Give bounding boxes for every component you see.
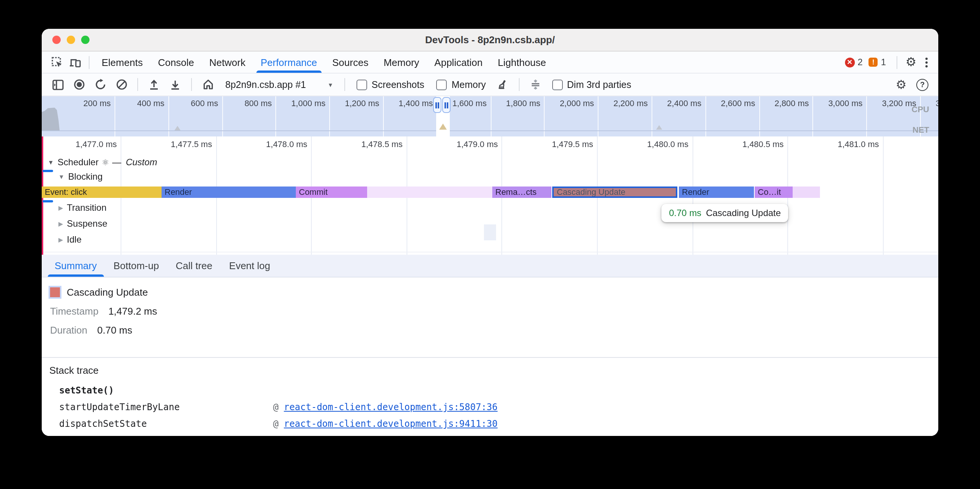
warning-icon: ! xyxy=(869,58,878,67)
track-row-transition[interactable]: ▶ Transition xyxy=(59,202,107,213)
ruler-tick-label: 1,478.5 ms xyxy=(319,140,403,149)
frame-source-link[interactable]: LikeButton.js:13:13 xyxy=(284,435,388,436)
tab-application[interactable]: Application xyxy=(427,52,490,73)
settings-gear-icon[interactable]: ⚙ xyxy=(902,53,920,71)
record-icon[interactable] xyxy=(69,75,89,94)
overview-tick-label: 2,600 ms xyxy=(705,98,756,109)
tab-memory[interactable]: Memory xyxy=(376,52,427,73)
toggle-sidebar-icon[interactable] xyxy=(48,75,67,94)
flame-bar-cascading-update[interactable]: Cascading Update xyxy=(552,186,677,198)
warning-count: 1 xyxy=(881,57,886,67)
ruler-tick-label: 1,477.0 ms xyxy=(42,140,117,149)
timeline-overview[interactable]: 200 ms400 ms600 ms800 ms1,000 ms1,200 ms… xyxy=(42,96,938,137)
expand-triangle-icon[interactable]: ▼ xyxy=(59,173,64,180)
cpu-lane-label: CPU xyxy=(912,105,929,114)
tab-sources[interactable]: Sources xyxy=(325,52,376,73)
expand-triangle-icon[interactable]: ▼ xyxy=(48,159,54,166)
stack-frame: (anonymous)@LikeButton.js:13:13 xyxy=(59,432,938,436)
help-icon[interactable]: ? xyxy=(913,75,932,94)
summary-panel: Cascading Update Timestamp 1,479.2 ms Du… xyxy=(42,287,938,358)
overview-tick-label: 2,000 ms xyxy=(544,98,594,109)
flame-bar-render-1[interactable]: Render xyxy=(162,186,296,198)
details-tab-summary[interactable]: Summary xyxy=(46,255,105,277)
stack-frame: startUpdateTimerByLane@react-dom-client.… xyxy=(59,399,938,416)
close-window-button[interactable] xyxy=(52,36,61,44)
idle-row-label: Idle xyxy=(67,234,81,245)
tab-network[interactable]: Network xyxy=(202,52,253,73)
issue-badges[interactable]: ✕ 2 ! 1 xyxy=(845,57,889,67)
track-row-blocking[interactable]: ▼ Blocking xyxy=(59,171,103,182)
collapse-tracks-icon[interactable] xyxy=(525,75,545,94)
screenshots-label: Screenshots xyxy=(372,79,425,90)
divider xyxy=(191,78,192,91)
selection-right-handle[interactable] xyxy=(442,97,450,113)
selection-marker-triangle xyxy=(439,124,447,130)
divider xyxy=(897,56,897,68)
home-icon[interactable] xyxy=(198,75,218,94)
tab-elements[interactable]: Elements xyxy=(94,52,150,73)
collapsed-triangle-icon[interactable]: ▶ xyxy=(59,236,63,243)
track-row-idle[interactable]: ▶ Idle xyxy=(59,234,81,245)
overview-tick-label: 400 ms xyxy=(115,98,165,109)
flamechart[interactable]: 1,477.0 ms1,477.5 ms1,478.0 ms1,478.5 ms… xyxy=(42,137,938,255)
frame-source-link[interactable]: react-dom-client.development.js:9411:30 xyxy=(284,419,498,429)
overview-tick-label: 2,400 ms xyxy=(652,98,702,109)
flame-bar-passive-effects[interactable] xyxy=(367,186,492,198)
collapsed-triangle-icon[interactable]: ▶ xyxy=(59,204,63,211)
more-options-kebab-icon[interactable] xyxy=(920,53,932,71)
details-tab-call-tree[interactable]: Call tree xyxy=(167,255,221,277)
flame-bar-commit-1[interactable]: Commit xyxy=(296,186,367,198)
download-profile-icon[interactable] xyxy=(165,75,185,94)
tab-console[interactable]: Console xyxy=(150,52,201,73)
frame-function-name: (anonymous) xyxy=(59,435,273,436)
overview-marker-triangle xyxy=(175,126,181,130)
devtools-window: DevTools - 8p2n9n.csb.app/ ElementsConso… xyxy=(42,29,938,436)
ruler-tick-label: 1,477.5 ms xyxy=(129,140,212,149)
upload-profile-icon[interactable] xyxy=(144,75,164,94)
scroll-thumb-box xyxy=(484,224,496,240)
flame-bar-event-click[interactable]: Event: click xyxy=(42,186,162,198)
frame-at-symbol: @ xyxy=(273,402,278,413)
zoom-window-button[interactable] xyxy=(81,36,89,44)
overview-tick-label: 1,400 ms xyxy=(383,98,433,109)
tab-performance[interactable]: Performance xyxy=(253,52,325,73)
frame-at-symbol: @ xyxy=(273,419,278,429)
tab-lighthouse[interactable]: Lighthouse xyxy=(490,52,554,73)
flame-bar-render-2[interactable]: Render xyxy=(679,186,754,198)
selection-left-handle[interactable] xyxy=(433,97,441,113)
details-tab-bottom-up[interactable]: Bottom-up xyxy=(105,255,167,277)
collapsed-triangle-icon[interactable]: ▶ xyxy=(59,220,63,227)
checkbox-box xyxy=(436,79,447,90)
clear-icon[interactable] xyxy=(111,75,131,94)
details-tab-event-log[interactable]: Event log xyxy=(221,255,278,277)
divider xyxy=(344,78,345,91)
dim-3rd-parties-checkbox[interactable]: Dim 3rd parties xyxy=(547,79,637,90)
flame-bar-commit-2[interactable]: Co…it xyxy=(755,186,793,198)
capture-settings-gear-icon[interactable]: ⚙ xyxy=(891,75,911,94)
flame-bar-remaining-effects[interactable]: Rema…cts xyxy=(492,186,551,198)
error-icon: ✕ xyxy=(845,57,854,67)
titlebar: DevTools - 8p2n9n.csb.app/ xyxy=(42,29,938,52)
screenshots-checkbox[interactable]: Screenshots xyxy=(351,79,430,90)
overview-tick-label: 1,000 ms xyxy=(276,98,326,109)
flame-bar-passive-tail[interactable] xyxy=(793,186,820,198)
frame-function-name: dispatchSetState xyxy=(59,419,273,429)
memory-checkbox[interactable]: Memory xyxy=(431,79,491,90)
frame-source-link[interactable]: react-dom-client.development.js:5807:36 xyxy=(284,402,498,413)
overview-tick-label: 3,200 ms xyxy=(866,98,916,109)
transition-row-label: Transition xyxy=(67,202,107,213)
track-header-scheduler[interactable]: ▼ Scheduler ⚛ — Custom xyxy=(48,157,157,168)
ruler-tick-label: 1,479.0 ms xyxy=(415,140,498,149)
track-row-suspense[interactable]: ▶ Suspense xyxy=(59,218,107,229)
overview-marker-triangle xyxy=(656,125,662,130)
history-select[interactable]: 8p2n9n.csb.app #1 ▾ xyxy=(219,79,338,90)
collect-garbage-icon[interactable] xyxy=(493,75,512,94)
inspect-element-icon[interactable] xyxy=(48,53,66,71)
device-toolbar-icon[interactable] xyxy=(66,53,84,71)
overview-tick-label: 200 ms xyxy=(61,98,111,109)
overview-tick-label: 1,200 ms xyxy=(329,98,379,109)
reload-record-icon[interactable] xyxy=(90,75,110,94)
window-title: DevTools - 8p2n9n.csb.app/ xyxy=(425,34,555,46)
flame-tooltip: 0.70 ms Cascading Update xyxy=(662,204,789,222)
minimize-window-button[interactable] xyxy=(67,36,75,44)
